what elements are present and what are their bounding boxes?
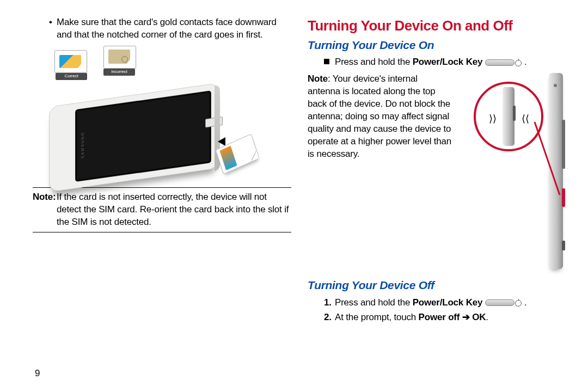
callout-leader-line <box>534 121 561 197</box>
bullet-dot-icon: • <box>49 16 57 41</box>
volume-rocker-icon <box>562 120 565 169</box>
correct-thumb <box>54 50 87 73</box>
section-heading: Turning Your Device On and Off <box>308 16 566 35</box>
press-lines-left-icon: ⟩⟩ <box>489 112 497 125</box>
top-port-icon <box>554 84 557 87</box>
antenna-note-row: Note: Your device's internal antenna is … <box>308 73 566 269</box>
note-body: If the card is not inserted correctly, t… <box>57 191 291 229</box>
left-column: • Make sure that the card's gold contact… <box>33 16 291 359</box>
step-number: 2. <box>324 311 335 324</box>
power-on-text: Press and hold the Power/Lock Key . <box>335 56 566 69</box>
divider <box>33 232 291 232</box>
power-off-label: Power off <box>419 312 460 322</box>
sim-insert-figure: Correct Incorrect SAMSUNG <box>33 46 291 182</box>
step-number: 1. <box>324 297 335 309</box>
callout-circle: ⟩⟩ ⟨⟨ <box>474 82 543 151</box>
press-lines-right-icon: ⟨⟨ <box>522 112 529 125</box>
step-prefix: Press and hold the <box>335 57 413 67</box>
square-bullet-icon <box>324 59 329 64</box>
incorrect-label: Incorrect <box>103 69 135 76</box>
side-port-icon <box>562 241 565 250</box>
power-key-icon <box>485 299 514 306</box>
antenna-note: Note: Your device's internal antenna is … <box>308 73 452 269</box>
tablet-edge <box>49 83 218 191</box>
power-lock-key-label: Power/Lock Key <box>413 57 483 67</box>
power-lock-key-label: Power/Lock Key <box>413 297 483 308</box>
sim-orientation-text: Make sure that the card's gold contacts … <box>57 16 291 41</box>
arrow-icon: ➔ <box>460 312 472 322</box>
manual-page: • Make sure that the card's gold contact… <box>0 0 588 359</box>
antenna-note-body: : Your device's internal antenna is loca… <box>308 74 451 159</box>
step-1: 1. Press and hold the Power/Lock Key . <box>324 297 566 309</box>
power-button-diagram: ⟩⟩ ⟨⟨ <box>468 73 566 269</box>
ok-label: OK <box>472 312 486 322</box>
step-2: 2. At the prompt, touch Power off ➔ OK. <box>324 311 566 324</box>
sim-note: Note: If the card is not inserted correc… <box>33 191 291 229</box>
power-off-steps: 1. Press and hold the Power/Lock Key . 2… <box>324 297 566 324</box>
page-number: 9 <box>35 368 40 379</box>
power-on-step: Press and hold the Power/Lock Key . <box>324 56 566 69</box>
insert-arrow-icon <box>218 137 225 146</box>
note-label: Note <box>308 74 328 84</box>
subsection-on-heading: Turning Your Device On <box>308 38 566 53</box>
right-column: Turning Your Device On and Off Turning Y… <box>308 16 566 359</box>
power-key-icon <box>485 59 514 66</box>
power-button-highlight-icon <box>562 188 565 207</box>
note-label: Note: <box>33 191 57 229</box>
correct-label: Correct <box>56 73 87 80</box>
step-1-text: Press and hold the Power/Lock Key . <box>335 297 526 309</box>
subsection-off-heading: Turning Your Device Off <box>308 278 566 293</box>
incorrect-thumb <box>103 46 136 69</box>
sim-orientation-bullet: • Make sure that the card's gold contact… <box>49 16 291 41</box>
step-2-text: At the prompt, touch Power off ➔ OK. <box>335 311 488 324</box>
